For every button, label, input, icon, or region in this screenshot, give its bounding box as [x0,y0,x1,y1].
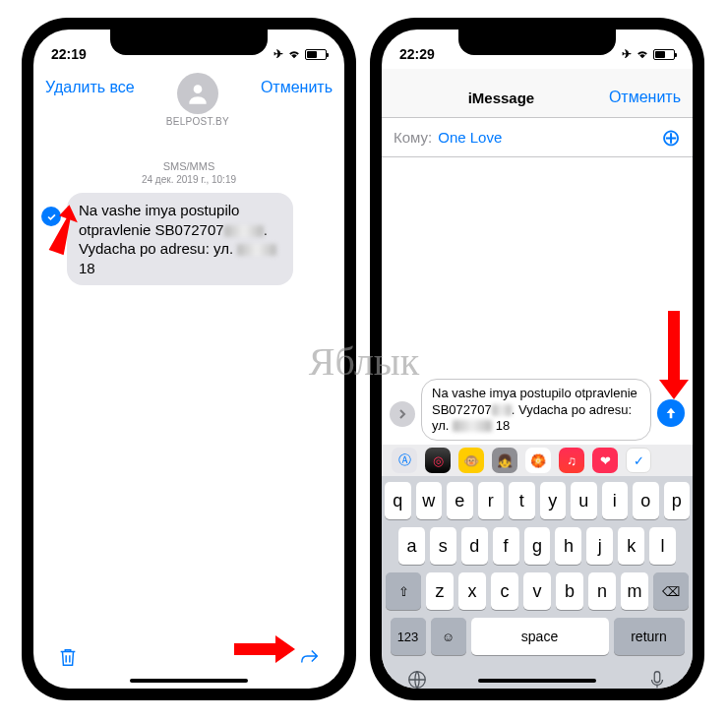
app-more-icon[interactable]: ✓ [626,448,651,473]
svg-marker-4 [234,635,295,663]
key-r[interactable]: r [478,482,505,519]
screenshot-pair: 22:19 ✈ Удалить все BELPOST.BY Отменить [0,0,728,721]
status-time: 22:19 [51,46,87,62]
numbers-key[interactable]: 123 [391,618,426,655]
key-q[interactable]: q [385,482,411,519]
home-indicator[interactable] [130,679,248,683]
app-store-icon[interactable]: Ⓐ [392,448,417,473]
keyboard-row-3: ⇧ zxcvbnm ⌫ [385,572,690,610]
key-u[interactable]: u [571,482,597,519]
app-digitaltouch-icon[interactable]: ❤ [592,448,618,473]
globe-icon[interactable] [406,669,428,689]
status-time: 22:29 [399,46,435,62]
key-f[interactable]: f [493,527,519,565]
notch [110,30,268,55]
key-n[interactable]: n [588,572,616,610]
key-b[interactable]: b [556,572,583,610]
watermark: Яблык [309,337,419,384]
key-a[interactable]: a [398,527,425,565]
compose-input[interactable]: Na vashe imya postupilo otpravlenie SB07… [421,379,651,441]
screen-left: 22:19 ✈ Удалить все BELPOST.BY Отменить [33,30,344,689]
key-y[interactable]: y [540,482,567,519]
nav-title: iMessage [468,80,535,106]
space-key[interactable]: space [471,618,609,655]
message-bubble[interactable]: Na vashe imya postupilo otpravlenie SB07… [67,193,293,285]
key-d[interactable]: d [461,527,488,565]
key-s[interactable]: s [430,527,456,565]
expand-apps-button[interactable] [390,401,415,427]
channel-label: SMS/MMS [33,160,344,172]
phone-left: 22:19 ✈ Удалить все BELPOST.BY Отменить [22,18,356,700]
cancel-button[interactable]: Отменить [261,71,333,96]
battery-icon [653,49,675,60]
notch [458,30,616,55]
app-strip[interactable]: Ⓐ ◎ 🐵 👧 🏵️ ♫ ❤ ✓ [382,445,693,476]
to-recipient[interactable]: One Love [438,129,661,146]
nav-bar: Удалить все BELPOST.BY Отменить [33,69,344,148]
to-field-row[interactable]: Кому: One Love ⊕ [382,118,693,157]
nav-bar: iMessage Отменить [382,69,693,118]
key-t[interactable]: t [509,482,535,519]
annotation-arrow [226,630,315,669]
key-j[interactable]: j [586,527,613,565]
app-animoji-icon[interactable]: 👧 [492,448,517,473]
emoji-key[interactable]: ☺ [431,618,466,655]
backspace-key[interactable]: ⌫ [653,572,689,610]
compose-row: Na vashe imya postupilo otpravlenie SB07… [382,375,693,445]
redacted [453,420,492,432]
airplane-icon: ✈ [622,47,632,61]
contact-name: BELPOST.BY [166,116,229,127]
screen-right: 22:29 ✈ iMessage Отменить Кому: One Love… [382,30,693,689]
key-x[interactable]: x [458,572,486,610]
wifi-icon [287,48,301,60]
cancel-button[interactable]: Отменить [609,81,681,106]
key-l[interactable]: l [649,527,676,565]
contact-header[interactable]: BELPOST.BY [166,71,229,127]
key-e[interactable]: e [447,482,473,519]
app-memoji-icon[interactable]: 🐵 [458,448,484,473]
mic-icon[interactable] [646,669,668,689]
key-m[interactable]: m [621,572,648,610]
key-g[interactable]: g [524,527,551,565]
key-z[interactable]: z [426,572,454,610]
annotation-arrow [649,305,698,413]
battery-icon [305,49,327,60]
keyboard-footer [385,663,690,689]
key-i[interactable]: i [602,482,629,519]
home-indicator[interactable] [478,679,596,683]
key-o[interactable]: o [633,482,659,519]
to-label: Кому: [394,129,432,146]
svg-marker-3 [47,203,83,256]
annotation-arrow [25,197,84,266]
delete-all-button[interactable]: Удалить все [45,71,135,96]
key-v[interactable]: v [523,572,551,610]
svg-point-0 [193,85,202,93]
trash-button[interactable] [57,646,79,672]
app-activity-icon[interactable]: ◎ [425,448,451,473]
return-key[interactable]: return [614,618,685,655]
wifi-icon [636,48,649,60]
redacted [237,244,276,256]
svg-marker-5 [659,311,689,399]
airplane-icon: ✈ [273,47,283,61]
key-c[interactable]: c [491,572,518,610]
avatar-icon [177,73,218,114]
status-icons: ✈ [622,47,675,61]
shift-key[interactable]: ⇧ [386,572,421,610]
key-h[interactable]: h [555,527,581,565]
svg-rect-2 [654,672,660,683]
keyboard[interactable]: qwertyuiop asdfghjkl ⇧ zxcvbnm ⌫ 123 ☺ s… [382,476,693,689]
add-recipient-button[interactable]: ⊕ [661,124,681,151]
key-p[interactable]: p [664,482,691,519]
redacted [492,404,512,416]
key-w[interactable]: w [416,482,443,519]
app-music-icon[interactable]: ♫ [559,448,584,473]
status-icons: ✈ [273,47,327,61]
date-label: 24 дек. 2019 г., 10:19 [33,174,344,185]
redacted [224,225,264,237]
key-k[interactable]: k [618,527,644,565]
app-photos-icon[interactable]: 🏵️ [525,448,551,473]
